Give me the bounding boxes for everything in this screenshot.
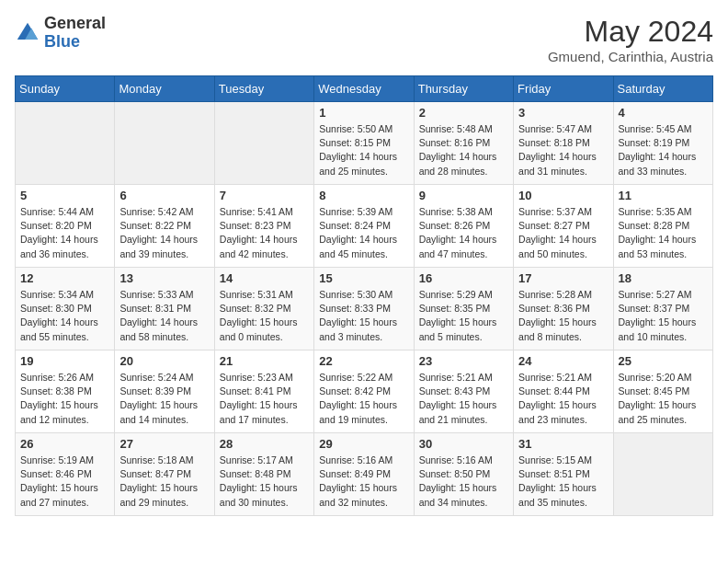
calendar-week-row: 5Sunrise: 5:44 AMSunset: 8:20 PMDaylight… — [16, 185, 713, 268]
logo-icon — [15, 20, 40, 46]
day-info: Sunrise: 5:44 AMSunset: 8:20 PMDaylight:… — [20, 205, 109, 261]
day-number: 28 — [220, 437, 309, 451]
calendar-cell: 7Sunrise: 5:41 AMSunset: 8:23 PMDaylight… — [214, 185, 313, 268]
day-number: 23 — [419, 354, 508, 368]
day-number: 11 — [619, 189, 708, 202]
weekday-header: Saturday — [613, 76, 712, 102]
day-number: 15 — [319, 271, 408, 285]
day-info: Sunrise: 5:23 AMSunset: 8:41 PMDaylight:… — [220, 371, 309, 427]
day-info: Sunrise: 5:27 AMSunset: 8:37 PMDaylight:… — [619, 288, 708, 344]
calendar-week-row: 19Sunrise: 5:26 AMSunset: 8:38 PMDayligh… — [16, 350, 713, 433]
month-year-title: May 2024 — [548, 15, 713, 49]
day-number: 31 — [518, 437, 608, 451]
calendar-week-row: 12Sunrise: 5:34 AMSunset: 8:30 PMDayligh… — [16, 268, 713, 350]
day-info: Sunrise: 5:21 AMSunset: 8:43 PMDaylight:… — [419, 371, 508, 427]
day-info: Sunrise: 5:20 AMSunset: 8:45 PMDaylight:… — [619, 371, 708, 427]
day-info: Sunrise: 5:45 AMSunset: 8:19 PMDaylight:… — [619, 122, 708, 178]
calendar-cell: 12Sunrise: 5:34 AMSunset: 8:30 PMDayligh… — [16, 268, 115, 350]
day-info: Sunrise: 5:42 AMSunset: 8:22 PMDaylight:… — [119, 205, 209, 261]
day-number: 16 — [419, 271, 508, 285]
calendar-cell: 13Sunrise: 5:33 AMSunset: 8:31 PMDayligh… — [115, 268, 214, 350]
weekday-header: Monday — [115, 76, 214, 102]
calendar-table: SundayMondayTuesdayWednesdayThursdayFrid… — [15, 75, 713, 516]
calendar-cell: 9Sunrise: 5:38 AMSunset: 8:26 PMDaylight… — [414, 185, 513, 268]
day-info: Sunrise: 5:35 AMSunset: 8:28 PMDaylight:… — [619, 205, 708, 261]
day-number: 9 — [419, 189, 508, 202]
day-info: Sunrise: 5:28 AMSunset: 8:36 PMDaylight:… — [518, 288, 608, 344]
day-number: 17 — [518, 271, 608, 285]
calendar-cell: 5Sunrise: 5:44 AMSunset: 8:20 PMDaylight… — [16, 185, 115, 268]
day-number: 6 — [119, 189, 209, 202]
logo-text: General Blue — [44, 15, 106, 52]
day-number: 10 — [518, 189, 608, 202]
calendar-cell: 20Sunrise: 5:24 AMSunset: 8:39 PMDayligh… — [115, 350, 214, 433]
calendar-cell: 26Sunrise: 5:19 AMSunset: 8:46 PMDayligh… — [16, 433, 115, 516]
day-info: Sunrise: 5:48 AMSunset: 8:16 PMDaylight:… — [419, 122, 508, 178]
day-info: Sunrise: 5:19 AMSunset: 8:46 PMDaylight:… — [20, 454, 109, 510]
calendar-cell: 27Sunrise: 5:18 AMSunset: 8:47 PMDayligh… — [115, 433, 214, 516]
logo-general: General — [44, 14, 106, 32]
day-info: Sunrise: 5:37 AMSunset: 8:27 PMDaylight:… — [518, 205, 608, 261]
day-number: 21 — [220, 354, 309, 368]
day-number: 24 — [518, 354, 608, 368]
day-number: 22 — [319, 354, 408, 368]
logo: General Blue — [15, 15, 106, 52]
calendar-cell: 16Sunrise: 5:29 AMSunset: 8:35 PMDayligh… — [414, 268, 513, 350]
calendar-cell: 30Sunrise: 5:16 AMSunset: 8:50 PMDayligh… — [414, 433, 513, 516]
calendar-week-row: 1Sunrise: 5:50 AMSunset: 8:15 PMDaylight… — [16, 102, 713, 185]
weekday-header-row: SundayMondayTuesdayWednesdayThursdayFrid… — [16, 76, 713, 102]
calendar-cell: 3Sunrise: 5:47 AMSunset: 8:18 PMDaylight… — [514, 102, 613, 185]
day-number: 1 — [319, 106, 408, 120]
location-subtitle: Gmuend, Carinthia, Austria — [548, 49, 713, 64]
day-info: Sunrise: 5:24 AMSunset: 8:39 PMDaylight:… — [119, 371, 209, 427]
calendar-cell: 17Sunrise: 5:28 AMSunset: 8:36 PMDayligh… — [514, 268, 613, 350]
weekday-header: Friday — [514, 76, 613, 102]
day-number: 18 — [619, 271, 708, 285]
day-number: 25 — [619, 354, 708, 368]
day-info: Sunrise: 5:18 AMSunset: 8:47 PMDaylight:… — [119, 454, 209, 510]
day-info: Sunrise: 5:38 AMSunset: 8:26 PMDaylight:… — [419, 205, 508, 261]
day-info: Sunrise: 5:34 AMSunset: 8:30 PMDaylight:… — [20, 288, 109, 344]
weekday-header: Thursday — [414, 76, 513, 102]
calendar-cell: 23Sunrise: 5:21 AMSunset: 8:43 PMDayligh… — [414, 350, 513, 433]
day-number: 4 — [619, 106, 708, 120]
day-info: Sunrise: 5:30 AMSunset: 8:33 PMDaylight:… — [319, 288, 408, 344]
day-number: 29 — [319, 437, 408, 451]
day-info: Sunrise: 5:21 AMSunset: 8:44 PMDaylight:… — [518, 371, 608, 427]
day-number: 20 — [119, 354, 209, 368]
calendar-week-row: 26Sunrise: 5:19 AMSunset: 8:46 PMDayligh… — [16, 433, 713, 516]
weekday-header: Sunday — [16, 76, 115, 102]
calendar-cell: 14Sunrise: 5:31 AMSunset: 8:32 PMDayligh… — [214, 268, 313, 350]
calendar-cell: 25Sunrise: 5:20 AMSunset: 8:45 PMDayligh… — [613, 350, 712, 433]
calendar-cell: 10Sunrise: 5:37 AMSunset: 8:27 PMDayligh… — [514, 185, 613, 268]
day-info: Sunrise: 5:22 AMSunset: 8:42 PMDaylight:… — [319, 371, 408, 427]
calendar-cell: 18Sunrise: 5:27 AMSunset: 8:37 PMDayligh… — [613, 268, 712, 350]
calendar-cell: 8Sunrise: 5:39 AMSunset: 8:24 PMDaylight… — [314, 185, 414, 268]
calendar-cell: 4Sunrise: 5:45 AMSunset: 8:19 PMDaylight… — [613, 102, 712, 185]
day-number: 8 — [319, 189, 408, 202]
calendar-cell — [214, 102, 313, 185]
day-number: 14 — [220, 271, 309, 285]
calendar-cell: 31Sunrise: 5:15 AMSunset: 8:51 PMDayligh… — [514, 433, 613, 516]
logo-blue: Blue — [44, 32, 80, 51]
day-number: 5 — [20, 189, 109, 202]
day-number: 27 — [119, 437, 209, 451]
day-info: Sunrise: 5:17 AMSunset: 8:48 PMDaylight:… — [220, 454, 309, 510]
day-number: 13 — [119, 271, 209, 285]
day-number: 12 — [20, 271, 109, 285]
calendar-cell — [613, 433, 712, 516]
calendar-cell: 29Sunrise: 5:16 AMSunset: 8:49 PMDayligh… — [314, 433, 414, 516]
day-number: 7 — [220, 189, 309, 202]
day-info: Sunrise: 5:47 AMSunset: 8:18 PMDaylight:… — [518, 122, 608, 178]
weekday-header: Wednesday — [314, 76, 414, 102]
calendar-cell: 6Sunrise: 5:42 AMSunset: 8:22 PMDaylight… — [115, 185, 214, 268]
calendar-cell: 24Sunrise: 5:21 AMSunset: 8:44 PMDayligh… — [514, 350, 613, 433]
page-header: General Blue May 2024 Gmuend, Carinthia,… — [15, 15, 713, 64]
calendar-cell: 22Sunrise: 5:22 AMSunset: 8:42 PMDayligh… — [314, 350, 414, 433]
calendar-cell: 2Sunrise: 5:48 AMSunset: 8:16 PMDaylight… — [414, 102, 513, 185]
day-info: Sunrise: 5:15 AMSunset: 8:51 PMDaylight:… — [518, 454, 608, 510]
day-info: Sunrise: 5:41 AMSunset: 8:23 PMDaylight:… — [220, 205, 309, 261]
calendar-cell: 28Sunrise: 5:17 AMSunset: 8:48 PMDayligh… — [214, 433, 313, 516]
day-info: Sunrise: 5:29 AMSunset: 8:35 PMDaylight:… — [419, 288, 508, 344]
calendar-cell — [115, 102, 214, 185]
